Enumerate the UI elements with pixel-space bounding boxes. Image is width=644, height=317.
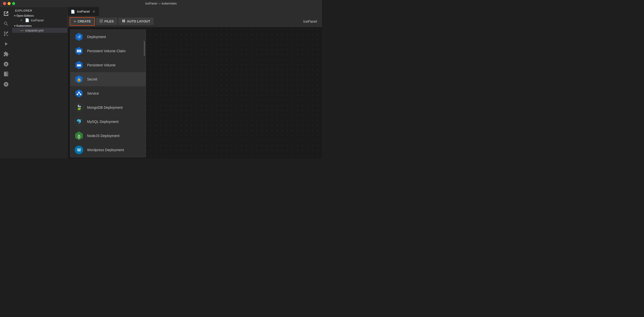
dropdown-item-nodejs[interactable]: {} NodeJS Deployment — [70, 129, 146, 143]
dropdown-item-mongodb[interactable]: 🍃 MongoDB Deployment — [70, 100, 146, 115]
kubernetes-label: Kubernetes — [16, 24, 32, 27]
svg-text:W: W — [77, 148, 81, 152]
dropdown-item-mysql[interactable]: 🐬 MySQL Deployment — [70, 115, 146, 129]
create-button[interactable]: + CREATE — [70, 17, 95, 26]
pvc-label: Persistent Volume Claim — [87, 49, 126, 53]
editor-close-icon[interactable]: ✕ — [20, 19, 22, 22]
canvas-area[interactable]: ↺ Deployment Persistent Volume Clai — [68, 27, 322, 159]
sidebar: Explorer ▾ Open Editors ✕ 📄 IcePanel ▾ K… — [12, 7, 68, 159]
pv-icon — [74, 61, 84, 70]
svg-text:🔒: 🔒 — [77, 77, 82, 82]
auto-layout-label: AUTO LAYOUT — [127, 19, 150, 23]
svg-point-12 — [80, 94, 81, 95]
create-dropdown: ↺ Deployment Persistent Volume Clai — [70, 30, 146, 157]
svg-rect-6 — [77, 64, 81, 66]
dropdown-item-pvc[interactable]: Persistent Volume Claim — [70, 44, 146, 58]
tab-label: IcePanel — [77, 10, 90, 13]
maximize-button[interactable] — [12, 2, 15, 5]
dropdown-scrollbar[interactable] — [144, 30, 145, 157]
files-activity-icon[interactable] — [2, 9, 11, 18]
yaml-file-label: icepanel.yml — [25, 29, 43, 32]
minimize-button[interactable] — [8, 2, 11, 5]
secret-icon: 🔒 — [74, 75, 84, 84]
mongodb-icon: 🍃 — [74, 103, 84, 112]
create-plus-icon: + — [74, 19, 76, 24]
open-editors-chevron: ▾ — [14, 14, 15, 17]
dropdown-item-wordpress[interactable]: W Wordpress Deployment — [70, 143, 146, 157]
titlebar: IcePanel — kubernetes — [0, 0, 322, 7]
tab-file-icon: 📄 — [71, 10, 75, 14]
svg-point-10 — [78, 92, 80, 93]
scrollbar-thumb[interactable] — [144, 41, 145, 56]
dropdown-item-deployment[interactable]: ↺ Deployment — [70, 30, 146, 44]
wordpress-icon: W — [74, 145, 84, 154]
tab-close-icon[interactable]: ✕ — [92, 10, 96, 14]
svg-text:🍃: 🍃 — [76, 104, 82, 110]
open-editor-label: IcePanel — [31, 18, 44, 22]
tab-icepanel[interactable]: 📄 IcePanel ✕ — [68, 7, 99, 16]
auto-layout-icon — [122, 19, 125, 23]
auto-layout-button[interactable]: AUTO LAYOUT — [118, 18, 154, 25]
create-label: CREATE — [77, 19, 91, 23]
mysql-label: MySQL Deployment — [87, 120, 119, 124]
sidebar-section-open-editors: ▾ Open Editors ✕ 📄 IcePanel — [12, 13, 67, 23]
open-editors-label: Open Editors — [16, 14, 34, 17]
deployment-icon: ↺ — [74, 32, 84, 41]
source-control-activity-icon[interactable] — [2, 29, 11, 38]
extensions-activity-icon[interactable] — [2, 49, 11, 59]
mysql-icon: 🐬 — [74, 117, 84, 126]
sidebar-section-kubernetes: ▾ Kubernetes — icepanel.yml — [12, 23, 67, 33]
activity-bar — [0, 7, 12, 159]
pv-label: Persistent Volume — [87, 63, 116, 67]
svg-point-4 — [78, 50, 79, 51]
editor-area: 📄 IcePanel ✕ + CREATE FILES AUTO LA — [68, 7, 322, 159]
nodejs-label: NodeJS Deployment — [87, 134, 119, 138]
app-layout: Explorer ▾ Open Editors ✕ 📄 IcePanel ▾ K… — [0, 7, 322, 159]
kubernetes-section-header[interactable]: ▾ Kubernetes — [12, 24, 67, 28]
dropdown-item-pv[interactable]: Persistent Volume — [70, 58, 146, 72]
secret-label: Secret — [87, 77, 97, 81]
yaml-file-icon: — — [20, 28, 24, 32]
svg-text:{}: {} — [78, 134, 80, 138]
dropdown-item-secret[interactable]: 🔒 Secret — [70, 72, 146, 86]
database-activity-icon[interactable] — [2, 70, 11, 79]
deployment-label: Deployment — [87, 35, 106, 39]
toolbar: + CREATE FILES AUTO LAYOUT IcePanel — [68, 16, 322, 27]
close-button[interactable] — [3, 2, 6, 5]
traffic-lights — [3, 2, 15, 5]
svg-text:↺: ↺ — [77, 35, 81, 39]
files-icon — [99, 19, 103, 23]
run-activity-icon[interactable] — [2, 39, 11, 48]
dropdown-item-service[interactable]: Service — [70, 86, 146, 100]
toolbar-title: IcePanel — [303, 19, 317, 23]
docker-activity-icon[interactable] — [2, 80, 11, 89]
svg-text:🐬: 🐬 — [76, 119, 82, 124]
svg-point-11 — [77, 94, 78, 95]
files-label: FILES — [104, 19, 114, 23]
files-button[interactable]: FILES — [96, 18, 117, 25]
search-activity-icon[interactable] — [2, 19, 11, 28]
titlebar-title: IcePanel — kubernetes — [145, 2, 177, 5]
kubernetes-chevron: ▾ — [14, 24, 15, 27]
tab-bar: 📄 IcePanel ✕ — [68, 7, 322, 16]
service-icon — [74, 89, 84, 98]
svg-marker-9 — [75, 89, 83, 97]
nodejs-icon: {} — [74, 131, 84, 140]
wordpress-label: Wordpress Deployment — [87, 148, 124, 152]
service-label: Service — [87, 91, 99, 95]
pvc-icon — [74, 46, 84, 56]
open-editors-section-header[interactable]: ▾ Open Editors — [12, 14, 67, 18]
sidebar-item-icepanel-yml[interactable]: — icepanel.yml — [12, 28, 67, 33]
sidebar-item-icepanel-open[interactable]: ✕ 📄 IcePanel — [12, 18, 67, 23]
file-icon: 📄 — [25, 18, 29, 22]
mongodb-label: MongoDB Deployment — [87, 105, 123, 110]
kubernetes-activity-icon[interactable] — [2, 60, 11, 69]
sidebar-header: Explorer — [12, 7, 67, 13]
